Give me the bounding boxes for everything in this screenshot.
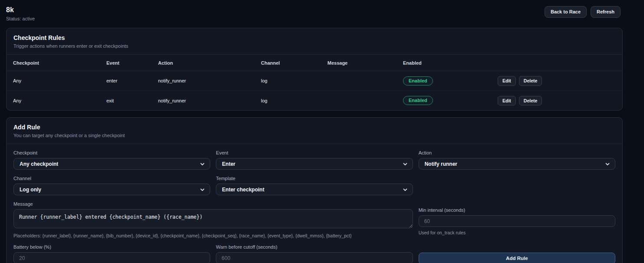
cell-message (321, 91, 396, 110)
event-field-group: Event Enter (216, 150, 413, 170)
col-header-action: Action (152, 55, 254, 71)
message-placeholders-helper: Placeholders: {runner_label}, {runner_na… (13, 233, 413, 238)
page: 8k Status: active Back to Race Refresh C… (0, 0, 644, 263)
page-title: 8k (6, 6, 35, 14)
add-rule-form: Checkpoint Any checkpoint Event Enter Ac… (7, 144, 622, 263)
event-label: Event (216, 150, 413, 155)
chevron-down-icon (605, 161, 610, 167)
cell-enabled: Enabled (396, 71, 491, 91)
checkpoint-rules-subtitle: Trigger actions when runners enter or ex… (13, 43, 615, 49)
cell-event: enter (100, 71, 152, 91)
message-textarea[interactable]: Runner {runner_label} entered {checkpoin… (13, 209, 413, 228)
cell-event: exit (100, 91, 152, 110)
cell-message (321, 71, 396, 91)
cell-checkpoint: Any (7, 71, 100, 91)
min-interval-field-group: Min interval (seconds) Used for on_track… (419, 201, 615, 238)
cell-channel: log (254, 71, 321, 91)
rules-table-header-row: Checkpoint Event Action Channel Message … (7, 55, 622, 71)
action-field-group: Action Notify runner (419, 150, 615, 170)
edit-rule-button[interactable]: Edit (498, 76, 516, 86)
cell-actions: Edit Delete (491, 71, 622, 91)
message-field-group: Message Runner {runner_label} entered {c… (13, 201, 413, 238)
top-header: 8k Status: active Back to Race Refresh (0, 0, 644, 21)
race-heading: 8k Status: active (6, 6, 35, 21)
row2-spacer (419, 176, 615, 195)
battery-below-label: Battery below (%) (13, 244, 210, 250)
cell-actions: Edit Delete (491, 91, 622, 110)
min-interval-input[interactable] (419, 215, 615, 227)
checkpoint-rules-title: Checkpoint Rules (13, 34, 615, 41)
checkpoint-field-group: Checkpoint Any checkpoint (13, 150, 210, 170)
col-header-checkpoint: Checkpoint (7, 55, 100, 71)
cell-action: notify_runner (152, 91, 254, 110)
cell-checkpoint: Any (7, 91, 100, 110)
template-label: Template (216, 176, 413, 181)
event-select[interactable]: Enter (216, 158, 413, 170)
checkpoint-select-value: Any checkpoint (20, 161, 58, 167)
checkpoint-rules-card: Checkpoint Rules Trigger actions when ru… (6, 28, 623, 111)
checkpoint-label: Checkpoint (13, 150, 210, 155)
chevron-down-icon (403, 161, 408, 167)
col-header-enabled: Enabled (396, 55, 491, 71)
channel-field-group: Channel Log only (13, 176, 210, 195)
col-header-event: Event (100, 55, 152, 71)
chevron-down-icon (200, 161, 205, 167)
add-rule-title: Add Rule (13, 124, 615, 131)
cell-channel: log (254, 91, 321, 110)
edit-rule-button[interactable]: Edit (498, 96, 516, 106)
status-badge: Enabled (403, 96, 433, 105)
template-select[interactable]: Enter checkpoint (216, 184, 413, 195)
battery-below-field-group: Battery below (%) Used for battery_low r… (13, 244, 210, 263)
template-select-value: Enter checkpoint (222, 187, 264, 193)
col-header-channel: Channel (254, 55, 321, 71)
checkpoint-rules-header: Checkpoint Rules Trigger actions when ru… (7, 28, 622, 55)
cell-action: notify_runner (152, 71, 254, 91)
chevron-down-icon (200, 187, 205, 192)
min-interval-label: Min interval (seconds) (419, 207, 615, 213)
add-rule-header: Add Rule You can target any checkpoint o… (7, 118, 622, 144)
message-label: Message (13, 201, 413, 207)
event-select-value: Enter (222, 161, 235, 167)
row-actions: Edit Delete (498, 76, 619, 86)
table-row: Any exit notify_runner log Enabled Edit … (7, 91, 622, 110)
topbar-actions: Back to Race Refresh (545, 6, 621, 18)
action-select[interactable]: Notify runner (419, 158, 615, 170)
back-to-race-button[interactable]: Back to Race (545, 6, 587, 18)
add-rule-subtitle: You can target any checkpoint or a singl… (13, 133, 615, 138)
warn-cutoff-label: Warn before cutoff (seconds) (216, 244, 413, 250)
cell-enabled: Enabled (396, 91, 491, 110)
add-rule-button[interactable]: Add Rule (419, 253, 615, 263)
status-badge: Enabled (403, 76, 433, 85)
delete-rule-button[interactable]: Delete (519, 96, 542, 106)
col-header-actions (491, 55, 622, 71)
checkpoint-select[interactable]: Any checkpoint (13, 158, 210, 170)
delete-rule-button[interactable]: Delete (519, 76, 542, 86)
warn-cutoff-input[interactable] (216, 252, 413, 263)
min-interval-helper: Used for on_track rules (419, 230, 615, 235)
row-actions: Edit Delete (498, 96, 619, 106)
battery-below-input[interactable] (13, 252, 210, 263)
submit-cell: Add Rule (419, 244, 615, 263)
channel-select-value: Log only (20, 187, 41, 193)
race-status-text: Status: active (6, 16, 35, 21)
table-row: Any enter notify_runner log Enabled Edit… (7, 71, 622, 91)
action-select-value: Notify runner (425, 161, 457, 167)
refresh-button[interactable]: Refresh (591, 6, 621, 18)
col-header-message: Message (321, 55, 396, 71)
channel-select[interactable]: Log only (13, 184, 210, 195)
warn-cutoff-field-group: Warn before cutoff (seconds) Used for cu… (216, 244, 413, 263)
channel-label: Channel (13, 176, 210, 181)
add-rule-card: Add Rule You can target any checkpoint o… (6, 117, 623, 263)
rules-table: Checkpoint Event Action Channel Message … (7, 55, 622, 110)
action-label: Action (419, 150, 615, 155)
template-field-group: Template Enter checkpoint (216, 176, 413, 195)
chevron-down-icon (403, 187, 408, 192)
